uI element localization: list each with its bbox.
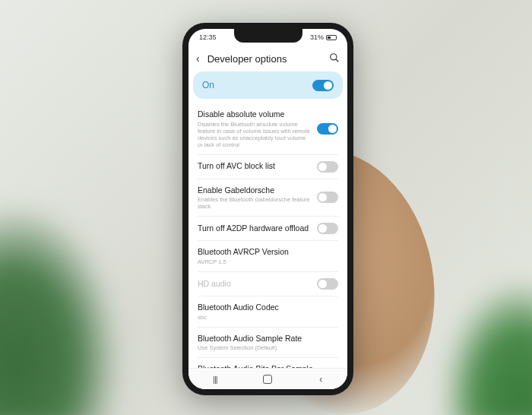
setting-title: Turn off AVC block list [198,161,311,172]
setting-subtitle: Enables the Bluetooth Gabeldorsche featu… [198,196,311,210]
setting-avrcp-version[interactable]: Bluetooth AVRCP Version AVRCP 1.5 [198,241,338,272]
setting-subtitle: AVRCP 1.5 [198,258,338,265]
setting-avc-block-list[interactable]: Turn off AVC block list [198,155,338,179]
setting-hd-audio: HD audio [198,272,338,296]
back-icon[interactable]: ‹ [196,52,200,65]
setting-title: Enable Gabeldorsche [198,185,311,196]
settings-list: Disable absolute volume Disables the Blu… [188,99,347,389]
setting-title: Bluetooth Audio Codec [198,303,338,313]
toggle-switch[interactable] [317,161,338,173]
setting-a2dp-offload[interactable]: Turn off A2DP hardware offload [198,217,338,241]
setting-subtitle: Use System Selection (Default) [198,344,338,351]
setting-audio-sample-rate[interactable]: Bluetooth Audio Sample Rate Use System S… [198,328,338,359]
setting-title: Disable absolute volume [198,109,311,120]
nav-back-button[interactable]: ‹ [314,372,328,386]
phone-frame: 12:35 31% ‹ Developer options On Disable [182,23,353,395]
status-time: 12:35 [198,33,217,41]
search-icon[interactable] [329,52,340,65]
setting-disable-absolute-volume[interactable]: Disable absolute volume Disables the Blu… [198,103,338,155]
master-toggle-label: On [202,80,214,90]
status-battery: 31% [310,33,338,41]
master-toggle-row[interactable]: On [193,71,343,99]
toggle-switch [317,278,338,290]
setting-subtitle: Disables the Bluetooth absolute volume f… [198,121,311,148]
battery-icon [326,35,337,40]
nav-home-button[interactable] [261,372,274,386]
svg-point-0 [331,53,337,59]
setting-title: Bluetooth AVRCP Version [198,247,338,258]
toggle-switch[interactable] [317,223,338,234]
setting-subtitle: sbc [198,314,338,321]
toggle-switch[interactable] [317,192,338,203]
phone-screen: 12:35 31% ‹ Developer options On Disable [188,29,347,389]
background-plant-left [0,202,122,415]
setting-title: Turn off A2DP hardware offload [198,223,311,234]
phone-notch [234,29,302,43]
svg-line-1 [336,59,339,62]
setting-audio-codec[interactable]: Bluetooth Audio Codec sbc [198,296,338,328]
background-plant-right [441,278,532,415]
master-toggle-switch[interactable] [312,80,334,91]
nav-recent-button[interactable]: ||| [208,372,222,386]
setting-title: Bluetooth Audio Sample Rate [198,334,338,344]
app-header: ‹ Developer options [188,46,347,71]
setting-gabeldorsche[interactable]: Enable Gabeldorsche Enables the Bluetoot… [198,179,338,217]
setting-title: HD audio [198,279,311,290]
toggle-switch[interactable] [317,123,338,135]
navigation-bar: ||| ‹ [188,368,347,389]
page-title: Developer options [207,53,321,65]
